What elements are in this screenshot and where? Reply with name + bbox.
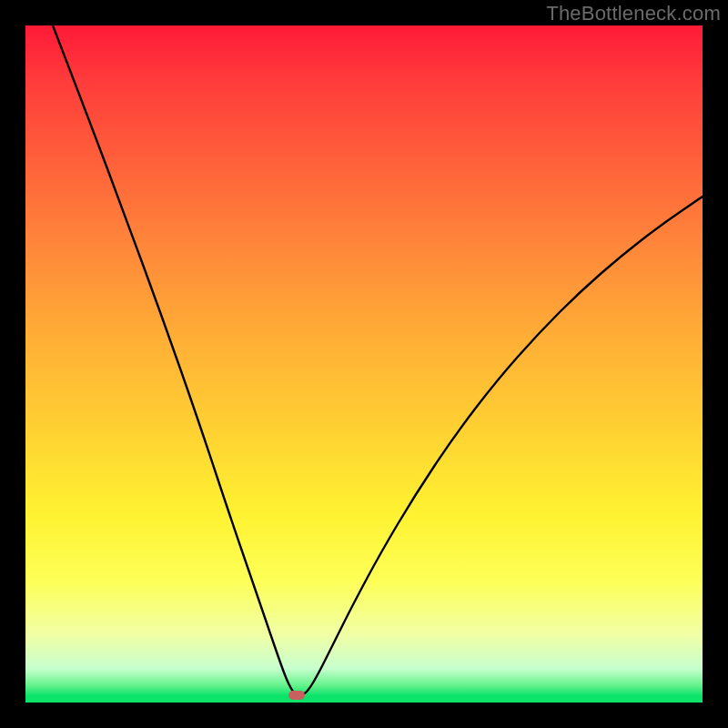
bottleneck-curve-path <box>53 25 703 695</box>
plot-area <box>25 25 703 703</box>
watermark-text: TheBottleneck.com <box>546 2 721 25</box>
chart-frame: TheBottleneck.com <box>0 0 728 728</box>
curve-svg <box>25 25 703 703</box>
optimum-marker <box>288 691 305 700</box>
